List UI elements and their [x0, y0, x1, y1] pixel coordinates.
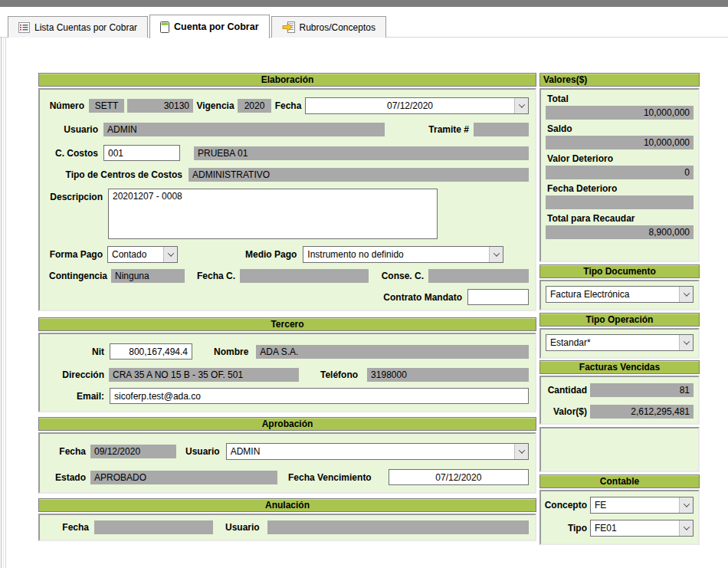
valor-deterioro-field: 0 — [546, 166, 694, 179]
section-elaboracion: Número SETT 30130 Vigencia 2020 Fecha 07… — [38, 88, 536, 311]
email-label: Email: — [46, 391, 104, 402]
tipo-documento-value: Factura Electrónica — [546, 287, 679, 302]
arrow-doc-icon — [282, 21, 295, 33]
section-tipo-documento: Factura Electrónica — [539, 280, 700, 310]
concepto-combobox[interactable]: FE — [590, 497, 694, 514]
nombre-label: Nombre — [214, 346, 248, 357]
telefono-field: 3198000 — [367, 368, 529, 382]
fecha-c-label: Fecha C. — [191, 271, 235, 281]
chevron-down-icon[interactable] — [679, 287, 693, 302]
chevron-down-icon[interactable] — [489, 247, 503, 262]
aprobacion-fecha-label: Fecha — [46, 446, 86, 457]
medio-pago-value: Instrumento no definido — [303, 247, 489, 262]
fecha-vencimiento-input[interactable] — [389, 469, 529, 485]
anulacion-usuario-label: Usuario — [225, 522, 260, 533]
total-recaudar-label: Total para Recaudar — [547, 213, 694, 224]
panel-left-edge — [1, 37, 4, 568]
aprobacion-usuario-combobox[interactable]: ADMIN — [226, 443, 529, 460]
side-column: Valores($) Total 10,000,000 Saldo 10,000… — [539, 73, 700, 545]
c-costos-label: C. Costos — [46, 148, 98, 159]
valor-field: 2,612,295,481 — [590, 405, 694, 419]
form-icon — [160, 21, 169, 33]
section-valores: Total 10,000,000 Saldo 10,000,000 Valor … — [539, 88, 700, 262]
descripcion-label: Descripcion — [46, 192, 103, 202]
tab-rubros-conceptos[interactable]: Rubros/Conceptos — [271, 16, 386, 38]
tramite-field — [474, 123, 529, 136]
tipo-documento-combobox[interactable]: Factura Electrónica — [546, 286, 694, 303]
chevron-down-icon[interactable] — [679, 497, 693, 513]
fecha-value: 07/12/2020 — [306, 98, 514, 113]
section-anulacion: Fecha Usuario — [38, 514, 536, 541]
tipo-operacion-combobox[interactable]: Estandar* — [546, 334, 694, 351]
usuario-label: Usuario — [46, 124, 98, 135]
numero-prefix-field: SETT — [89, 99, 124, 113]
usuario-field: ADMIN — [103, 123, 385, 136]
section-header-tipo-documento: Tipo Documento — [539, 264, 700, 278]
direccion-field: CRA 35 A NO 15 B - 35 OF. 501 — [109, 368, 299, 382]
tipo-combobox[interactable]: FE01 — [590, 520, 694, 537]
fecha-deterioro-field — [546, 195, 694, 209]
section-header-tercero: Tercero — [38, 317, 536, 331]
forma-pago-combobox[interactable]: Contado — [107, 246, 178, 263]
aprobacion-fecha-field: 09/12/2020 — [90, 445, 176, 458]
chevron-down-icon[interactable] — [679, 335, 693, 350]
list-icon — [18, 22, 30, 33]
telefono-label: Teléfono — [320, 369, 358, 380]
section-contable: Concepto FE Tipo FE01 — [539, 490, 700, 545]
c-costos-input[interactable] — [103, 145, 180, 161]
total-label: Total — [547, 94, 694, 104]
section-aprobacion: Fecha 09/12/2020 Usuario ADMIN Estado AP… — [38, 432, 536, 494]
tab-label: Rubros/Conceptos — [300, 22, 375, 33]
tipo-centros-label: Tipo de Centros de Costos — [46, 169, 182, 180]
tab-label: Lista Cuentas por Cobrar — [34, 22, 137, 33]
concepto-label: Concepto — [543, 500, 587, 511]
medio-pago-combobox[interactable]: Instrumento no definido — [303, 246, 503, 263]
saldo-field: 10,000,000 — [546, 136, 694, 149]
fecha-label: Fecha — [271, 100, 305, 111]
anulacion-usuario-field — [267, 520, 529, 534]
chevron-down-icon[interactable] — [514, 98, 528, 113]
contingencia-field: Ninguna — [111, 269, 185, 283]
fecha-c-field — [240, 269, 369, 283]
chevron-down-icon[interactable] — [514, 444, 528, 459]
contrato-mandato-input[interactable] — [467, 289, 529, 305]
forma-pago-value: Contado — [108, 247, 163, 262]
concepto-value: FE — [591, 497, 679, 513]
anulacion-fecha-field — [94, 520, 213, 534]
section-header-elaboracion: Elaboración — [38, 73, 536, 87]
vigencia-field: 2020 — [238, 99, 271, 113]
chevron-down-icon[interactable] — [163, 247, 177, 262]
aprobacion-usuario-label: Usuario — [185, 446, 220, 457]
nit-input[interactable] — [110, 343, 192, 360]
aprobacion-usuario-value: ADMIN — [227, 444, 514, 459]
email-input[interactable] — [110, 388, 529, 404]
fecha-combobox[interactable]: 07/12/2020 — [305, 97, 529, 114]
tramite-label: Tramite # — [385, 124, 474, 135]
vigencia-label: Vigencia — [193, 100, 238, 111]
numero-field: 30130 — [127, 99, 193, 113]
main-form-column: Elaboración Número SETT 30130 Vigencia 2… — [38, 73, 536, 541]
contrato-mandato-label: Contrato Mandato — [383, 292, 462, 303]
descripcion-textarea[interactable]: 20201207 - 0008 — [108, 189, 438, 239]
section-header-tipo-operacion: Tipo Operación — [539, 313, 700, 327]
section-header-contable: Contable — [539, 474, 700, 488]
estado-field: APROBADO — [90, 471, 277, 484]
section-header-valores: Valores($) — [539, 73, 700, 87]
tipo-value: FE01 — [591, 520, 679, 536]
section-header-anulacion: Anulación — [38, 498, 536, 512]
tab-lista-cuentas-por-cobrar[interactable]: Lista Cuentas por Cobrar — [8, 16, 148, 38]
tab-cuenta-por-cobrar[interactable]: Cuenta por Cobrar — [149, 15, 269, 38]
valor-label: Valor($) — [543, 406, 587, 417]
nit-label: Nit — [46, 346, 104, 357]
section-tipo-operacion: Estandar* — [539, 328, 700, 359]
window-top-strip — [0, 0, 728, 7]
saldo-label: Saldo — [547, 123, 694, 134]
anulacion-fecha-label: Fecha — [46, 522, 89, 533]
section-header-aprobacion: Aprobación — [38, 417, 536, 431]
section-facturas-vencidas: Cantidad 81 Valor($) 2,612,295,481 — [539, 376, 700, 425]
fecha-deterioro-label: Fecha Deterioro — [547, 183, 694, 194]
tab-bar: Lista Cuentas por Cobrar Cuenta por Cobr… — [8, 14, 386, 38]
nombre-field: ADA S.A. — [256, 345, 529, 359]
chevron-down-icon[interactable] — [679, 520, 693, 536]
valor-deterioro-label: Valor Deterioro — [547, 153, 694, 164]
